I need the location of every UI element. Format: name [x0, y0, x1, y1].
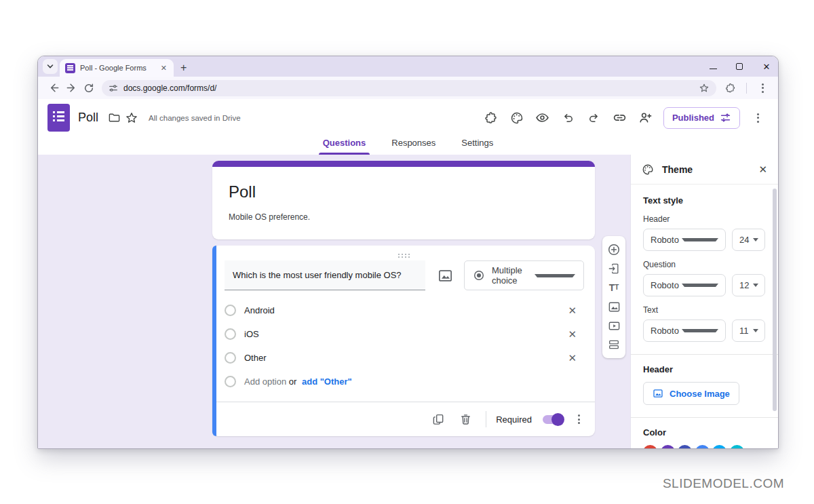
chevron-down-icon: [46, 62, 54, 71]
text-font-select[interactable]: Roboto: [643, 319, 726, 342]
text-style-heading: Text style: [643, 195, 766, 206]
chevron-down-icon: [682, 284, 718, 287]
tab-close-icon[interactable]: ✕: [159, 64, 168, 73]
color-swatch-indigo[interactable]: ✓: [678, 445, 692, 448]
theme-close-icon[interactable]: ✕: [758, 163, 767, 176]
theme-panel-body: Text style Header Roboto 24 Question R: [631, 185, 778, 448]
bookmark-star-icon[interactable]: [699, 83, 710, 94]
header-font-select[interactable]: Roboto: [643, 229, 726, 251]
copy-link-icon[interactable]: [609, 107, 631, 129]
color-swatch-deep-purple[interactable]: ✓: [661, 445, 675, 448]
preview-icon[interactable]: [532, 107, 554, 129]
minimize-button[interactable]: [710, 69, 717, 69]
remove-option-icon[interactable]: ✕: [568, 305, 577, 317]
add-video-icon[interactable]: [604, 316, 623, 335]
add-ons-icon[interactable]: [480, 107, 502, 129]
browser-window: Poll - Google Forms ✕ + ✕ docs: [37, 56, 779, 449]
text-size-select[interactable]: 11: [732, 319, 765, 342]
option-row[interactable]: Other ✕: [212, 346, 595, 370]
radio-circle-icon: [225, 352, 236, 364]
form-title[interactable]: Poll: [229, 182, 579, 201]
chevron-down-icon: [682, 329, 718, 332]
question-text-input[interactable]: Which is the most user friendly mobile O…: [225, 260, 425, 290]
add-option-button[interactable]: Add option: [244, 376, 286, 387]
color-swatch-blue[interactable]: ✓: [695, 445, 710, 448]
back-button[interactable]: [45, 79, 62, 97]
add-image-tool-icon[interactable]: [604, 297, 623, 316]
customize-theme-icon[interactable]: [506, 107, 528, 129]
add-section-icon[interactable]: [604, 335, 623, 354]
option-label[interactable]: Android: [244, 305, 568, 315]
option-label[interactable]: Other: [244, 353, 568, 363]
remove-option-icon[interactable]: ✕: [568, 328, 577, 341]
form-name[interactable]: Poll: [78, 111, 98, 125]
duplicate-icon[interactable]: [427, 408, 449, 430]
published-label: Published: [672, 113, 714, 123]
footer-divider: [486, 411, 486, 427]
google-forms-favicon: [65, 63, 75, 73]
add-collaborators-icon[interactable]: [635, 107, 657, 129]
chevron-down-icon: [753, 238, 758, 241]
tab-search-button[interactable]: [43, 59, 58, 74]
browser-tab[interactable]: Poll - Google Forms ✕: [60, 59, 174, 77]
question-more-icon[interactable]: [573, 412, 585, 427]
url-bar[interactable]: docs.google.com/forms/d/: [102, 80, 716, 96]
add-title-icon[interactable]: TT: [604, 278, 623, 297]
reload-button[interactable]: [80, 79, 98, 97]
published-button[interactable]: Published: [663, 107, 740, 129]
tab-responses[interactable]: Responses: [389, 136, 438, 155]
question-type-select[interactable]: Multiple choice: [464, 260, 584, 290]
new-tab-button[interactable]: +: [180, 63, 187, 73]
url-text[interactable]: docs.google.com/forms/d/: [123, 83, 693, 93]
drag-handle[interactable]: [212, 251, 595, 258]
image-icon: [653, 388, 663, 399]
question-font-select[interactable]: Roboto: [643, 274, 726, 296]
header-field-label: Header: [643, 214, 766, 224]
theme-panel: Theme ✕ Text style Header Roboto 24: [630, 155, 778, 448]
theme-panel-header: Theme ✕: [631, 155, 778, 185]
window-close-button[interactable]: ✕: [762, 62, 771, 71]
color-swatches: ✓ ✓ ✓ ✓ ✓ ✓: [643, 445, 766, 448]
option-label[interactable]: iOS: [244, 329, 568, 339]
form-description[interactable]: Mobile OS preference.: [229, 212, 579, 222]
browser-menu-icon[interactable]: [754, 79, 771, 97]
more-options-icon[interactable]: [747, 107, 769, 129]
or-text: or: [289, 376, 297, 387]
panel-scrollbar[interactable]: [773, 189, 777, 411]
tab-settings[interactable]: Settings: [459, 136, 496, 155]
google-forms-logo[interactable]: [47, 104, 70, 132]
remove-option-icon[interactable]: ✕: [568, 352, 577, 364]
question-field-label: Question: [643, 260, 766, 269]
color-swatch-cyan[interactable]: ✓: [730, 445, 744, 448]
extensions-icon[interactable]: [722, 79, 739, 97]
redo-icon[interactable]: [583, 107, 605, 129]
option-row[interactable]: iOS ✕: [212, 322, 595, 346]
add-image-icon[interactable]: [438, 268, 453, 284]
tab-questions[interactable]: Questions: [320, 136, 369, 155]
forward-button[interactable]: [62, 79, 80, 97]
color-swatch-red[interactable]: ✓: [643, 445, 657, 448]
undo-icon[interactable]: [558, 107, 579, 129]
question-size-select[interactable]: 12: [732, 274, 765, 296]
color-swatch-light-blue[interactable]: ✓: [712, 445, 726, 448]
radio-circle-icon: [225, 305, 236, 316]
header-size-select[interactable]: 24: [732, 229, 765, 251]
star-form-icon[interactable]: [123, 109, 140, 127]
site-settings-icon[interactable]: [109, 83, 118, 93]
delete-icon[interactable]: [454, 408, 476, 430]
form-column: Poll Mobile OS preference. Which is the …: [212, 161, 595, 436]
form-nav-tabs: Questions Responses Settings: [38, 136, 778, 155]
move-to-folder-icon[interactable]: [105, 109, 123, 127]
choose-image-button[interactable]: Choose Image: [643, 382, 739, 405]
add-other-link[interactable]: add "Other": [302, 376, 352, 387]
required-toggle[interactable]: [543, 415, 563, 424]
maximize-button[interactable]: [736, 63, 743, 70]
watermark: SLIDEMODEL.COM: [663, 476, 784, 491]
form-title-card[interactable]: Poll Mobile OS preference.: [212, 161, 595, 239]
chevron-down-icon: [753, 284, 758, 287]
add-question-icon[interactable]: [604, 240, 623, 259]
question-card[interactable]: Which is the most user friendly mobile O…: [212, 246, 595, 436]
palette-icon: [642, 163, 654, 176]
import-questions-icon[interactable]: [604, 259, 623, 278]
option-row[interactable]: Android ✕: [212, 298, 595, 322]
